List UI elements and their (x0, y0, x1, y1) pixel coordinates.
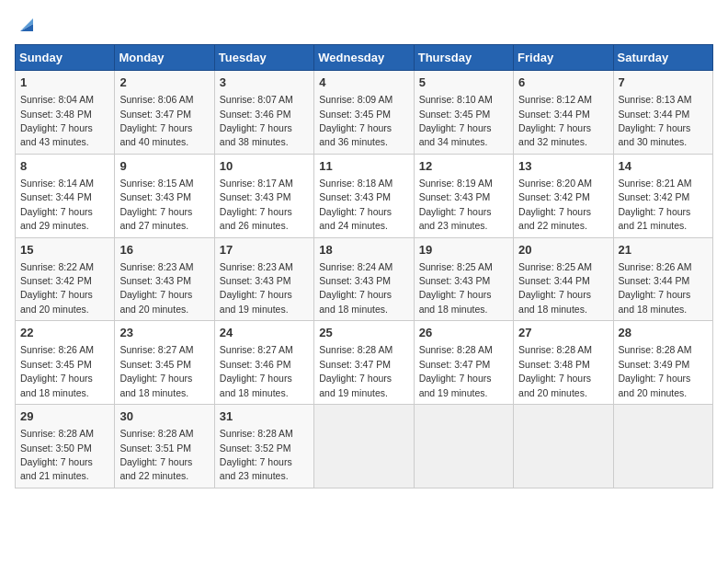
day-of-week-header: Friday (514, 45, 613, 71)
day-number: 28 (619, 325, 708, 341)
day-number: 6 (518, 75, 608, 91)
calendar-table: SundayMondayTuesdayWednesdayThursdayFrid… (15, 44, 713, 488)
day-number: 7 (619, 75, 708, 91)
calendar-cell: 11Sunrise: 8:18 AM Sunset: 3:43 PM Dayli… (314, 154, 414, 237)
day-number: 22 (20, 325, 109, 341)
calendar-cell: 17Sunrise: 8:23 AM Sunset: 3:43 PM Dayli… (214, 237, 313, 321)
day-number: 4 (319, 75, 408, 91)
day-info: Sunrise: 8:28 AM Sunset: 3:50 PM Dayligh… (20, 428, 94, 481)
calendar-cell (514, 405, 613, 488)
calendar-cell: 8Sunrise: 8:14 AM Sunset: 3:44 PM Daylig… (16, 154, 115, 237)
calendar-cell: 15Sunrise: 8:22 AM Sunset: 3:42 PM Dayli… (16, 237, 115, 321)
day-info: Sunrise: 8:10 AM Sunset: 3:45 PM Dayligh… (419, 94, 493, 147)
day-of-week-header: Sunday (16, 45, 115, 71)
calendar-cell: 28Sunrise: 8:28 AM Sunset: 3:49 PM Dayli… (613, 321, 712, 405)
day-info: Sunrise: 8:28 AM Sunset: 3:47 PM Dayligh… (419, 344, 493, 397)
day-info: Sunrise: 8:24 AM Sunset: 3:43 PM Dayligh… (319, 261, 392, 315)
day-info: Sunrise: 8:25 AM Sunset: 3:43 PM Dayligh… (419, 261, 493, 315)
day-number: 10 (220, 158, 309, 175)
calendar-cell: 22Sunrise: 8:26 AM Sunset: 3:45 PM Dayli… (16, 321, 115, 405)
calendar-cell (613, 405, 712, 488)
day-number: 31 (220, 408, 309, 425)
calendar-cell: 24Sunrise: 8:27 AM Sunset: 3:46 PM Dayli… (214, 321, 313, 405)
day-number: 5 (419, 75, 508, 91)
day-number: 26 (419, 325, 508, 341)
day-info: Sunrise: 8:15 AM Sunset: 3:43 PM Dayligh… (119, 178, 193, 231)
day-number: 18 (319, 242, 408, 259)
day-info: Sunrise: 8:26 AM Sunset: 3:44 PM Dayligh… (619, 261, 692, 315)
logo (15, 15, 37, 35)
calendar-cell: 21Sunrise: 8:26 AM Sunset: 3:44 PM Dayli… (613, 237, 712, 321)
calendar-cell: 16Sunrise: 8:23 AM Sunset: 3:43 PM Dayli… (115, 237, 214, 321)
calendar-cell: 1Sunrise: 8:04 AM Sunset: 3:48 PM Daylig… (16, 71, 115, 155)
day-info: Sunrise: 8:27 AM Sunset: 3:45 PM Dayligh… (119, 344, 193, 397)
day-number: 8 (20, 158, 109, 175)
calendar-cell: 13Sunrise: 8:20 AM Sunset: 3:42 PM Dayli… (514, 154, 613, 237)
calendar-week-row: 22Sunrise: 8:26 AM Sunset: 3:45 PM Dayli… (16, 321, 713, 405)
day-of-week-header: Wednesday (314, 45, 414, 71)
day-number: 11 (319, 158, 408, 175)
calendar-week-row: 29Sunrise: 8:28 AM Sunset: 3:50 PM Dayli… (16, 405, 713, 488)
day-number: 29 (20, 408, 109, 425)
day-number: 15 (20, 242, 109, 259)
calendar-week-row: 15Sunrise: 8:22 AM Sunset: 3:42 PM Dayli… (16, 237, 713, 321)
calendar-cell: 6Sunrise: 8:12 AM Sunset: 3:44 PM Daylig… (514, 71, 613, 155)
logo-icon (17, 15, 37, 35)
page-header (15, 15, 713, 35)
day-info: Sunrise: 8:20 AM Sunset: 3:42 PM Dayligh… (518, 178, 592, 231)
day-info: Sunrise: 8:23 AM Sunset: 3:43 PM Dayligh… (220, 261, 293, 315)
days-of-week-row: SundayMondayTuesdayWednesdayThursdayFrid… (16, 45, 713, 71)
day-info: Sunrise: 8:26 AM Sunset: 3:45 PM Dayligh… (20, 344, 94, 397)
day-number: 19 (419, 242, 508, 259)
day-info: Sunrise: 8:14 AM Sunset: 3:44 PM Dayligh… (20, 178, 94, 231)
calendar-week-row: 1Sunrise: 8:04 AM Sunset: 3:48 PM Daylig… (16, 71, 713, 155)
day-of-week-header: Tuesday (214, 45, 313, 71)
calendar-cell: 31Sunrise: 8:28 AM Sunset: 3:52 PM Dayli… (214, 405, 313, 488)
calendar-cell: 5Sunrise: 8:10 AM Sunset: 3:45 PM Daylig… (414, 71, 513, 155)
day-info: Sunrise: 8:06 AM Sunset: 3:47 PM Dayligh… (119, 94, 193, 147)
day-info: Sunrise: 8:21 AM Sunset: 3:42 PM Dayligh… (619, 178, 692, 231)
calendar-cell: 10Sunrise: 8:17 AM Sunset: 3:43 PM Dayli… (214, 154, 313, 237)
day-info: Sunrise: 8:25 AM Sunset: 3:44 PM Dayligh… (518, 261, 592, 315)
day-number: 23 (119, 325, 209, 341)
day-info: Sunrise: 8:23 AM Sunset: 3:43 PM Dayligh… (119, 261, 193, 315)
calendar-cell: 12Sunrise: 8:19 AM Sunset: 3:43 PM Dayli… (414, 154, 513, 237)
day-info: Sunrise: 8:22 AM Sunset: 3:42 PM Dayligh… (20, 261, 94, 315)
day-of-week-header: Thursday (414, 45, 513, 71)
day-number: 24 (220, 325, 309, 341)
calendar-cell: 4Sunrise: 8:09 AM Sunset: 3:45 PM Daylig… (314, 71, 414, 155)
day-number: 25 (319, 325, 408, 341)
day-number: 3 (220, 75, 309, 91)
day-number: 13 (518, 158, 608, 175)
day-of-week-header: Saturday (613, 45, 712, 71)
day-number: 12 (419, 158, 508, 175)
calendar-cell: 18Sunrise: 8:24 AM Sunset: 3:43 PM Dayli… (314, 237, 414, 321)
day-number: 16 (119, 242, 209, 259)
day-info: Sunrise: 8:28 AM Sunset: 3:47 PM Dayligh… (319, 344, 392, 397)
calendar-cell: 3Sunrise: 8:07 AM Sunset: 3:46 PM Daylig… (214, 71, 313, 155)
day-info: Sunrise: 8:09 AM Sunset: 3:45 PM Dayligh… (319, 94, 392, 147)
calendar-cell: 2Sunrise: 8:06 AM Sunset: 3:47 PM Daylig… (115, 71, 214, 155)
calendar-cell: 20Sunrise: 8:25 AM Sunset: 3:44 PM Dayli… (514, 237, 613, 321)
day-number: 2 (119, 75, 209, 91)
day-number: 27 (518, 325, 608, 341)
day-info: Sunrise: 8:28 AM Sunset: 3:51 PM Dayligh… (119, 428, 193, 481)
day-info: Sunrise: 8:19 AM Sunset: 3:43 PM Dayligh… (419, 178, 493, 231)
calendar-cell: 25Sunrise: 8:28 AM Sunset: 3:47 PM Dayli… (314, 321, 414, 405)
calendar-cell (314, 405, 414, 488)
day-number: 17 (220, 242, 309, 259)
day-info: Sunrise: 8:18 AM Sunset: 3:43 PM Dayligh… (319, 178, 392, 231)
day-number: 14 (619, 158, 708, 175)
calendar-cell: 26Sunrise: 8:28 AM Sunset: 3:47 PM Dayli… (414, 321, 513, 405)
calendar-week-row: 8Sunrise: 8:14 AM Sunset: 3:44 PM Daylig… (16, 154, 713, 237)
calendar-cell: 23Sunrise: 8:27 AM Sunset: 3:45 PM Dayli… (115, 321, 214, 405)
day-number: 21 (619, 242, 708, 259)
day-info: Sunrise: 8:28 AM Sunset: 3:49 PM Dayligh… (619, 344, 692, 397)
calendar-cell: 19Sunrise: 8:25 AM Sunset: 3:43 PM Dayli… (414, 237, 513, 321)
day-number: 20 (518, 242, 608, 259)
day-info: Sunrise: 8:28 AM Sunset: 3:48 PM Dayligh… (518, 344, 592, 397)
calendar-cell: 14Sunrise: 8:21 AM Sunset: 3:42 PM Dayli… (613, 154, 712, 237)
calendar-cell: 29Sunrise: 8:28 AM Sunset: 3:50 PM Dayli… (16, 405, 115, 488)
day-info: Sunrise: 8:27 AM Sunset: 3:46 PM Dayligh… (220, 344, 293, 397)
day-info: Sunrise: 8:28 AM Sunset: 3:52 PM Dayligh… (220, 428, 293, 481)
